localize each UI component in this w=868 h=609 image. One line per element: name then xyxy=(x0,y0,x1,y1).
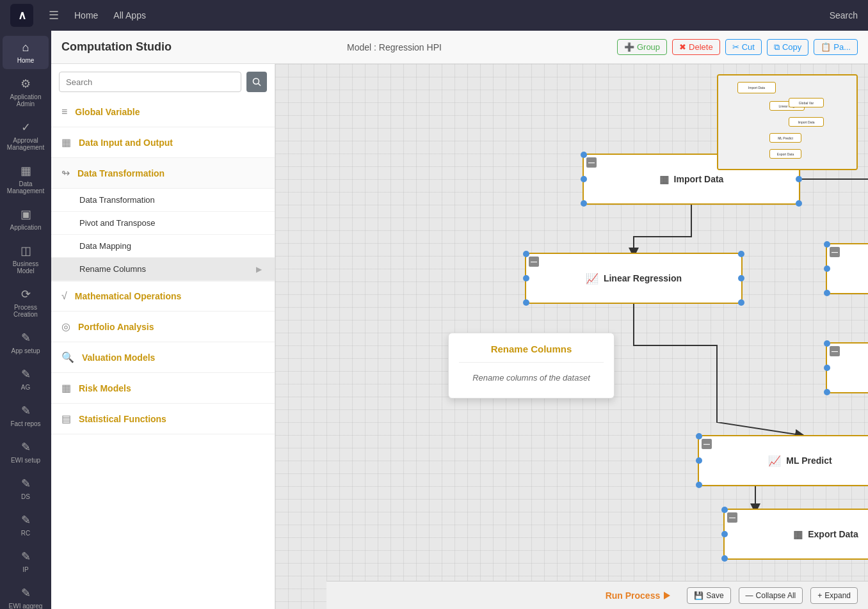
connector-dot[interactable] xyxy=(696,482,702,488)
connector-dot[interactable] xyxy=(738,275,744,281)
save-button[interactable]: 💾 Save xyxy=(687,587,730,604)
connector-dot[interactable] xyxy=(523,299,529,306)
sidebar-item-fact-repos[interactable]: ✎ Fact repos xyxy=(3,399,49,432)
risk-icon: ▦ xyxy=(61,382,71,394)
connector-dot[interactable] xyxy=(796,200,802,207)
category-global-variable[interactable]: ≡ Global Variable xyxy=(51,97,275,127)
node-import-data-1-label: Import Data xyxy=(674,174,724,184)
sidebar-item-application-label: Application xyxy=(10,224,42,231)
sidebar-item-app-setup[interactable]: ✎ App setup xyxy=(3,326,49,360)
collapse-all-button[interactable]: — Collapse All xyxy=(739,587,803,604)
sidebar-item-ip[interactable]: ✎ IP xyxy=(3,544,49,578)
connector-dot[interactable] xyxy=(824,365,830,371)
sidebar-item-ewi-setup[interactable]: ✎ EWI setup xyxy=(3,435,49,469)
connector-dot[interactable] xyxy=(796,176,802,182)
collapse-icon: — xyxy=(746,591,753,600)
subcategory-rename-columns[interactable]: Rename Columns ▶ xyxy=(51,258,275,281)
mini-node: Import Data xyxy=(737,82,776,93)
category-data-transformation[interactable]: ↬ Data Transformation xyxy=(51,158,275,189)
cut-button[interactable]: ✂ Cut xyxy=(725,39,762,55)
sidebar-item-fact-repos-label: Fact repos xyxy=(10,420,40,427)
connector-dot[interactable] xyxy=(824,290,830,296)
category-data-input-output[interactable]: ▦ Data Input and Output xyxy=(51,127,275,158)
node-linear-regression[interactable]: — 📈 Linear Regression xyxy=(525,253,743,304)
category-valuation[interactable]: 🔍 Valuation Models xyxy=(51,342,275,373)
copy-button[interactable]: ⧉ Copy xyxy=(767,39,808,56)
top-search-label[interactable]: Search xyxy=(830,10,858,20)
sidebar-item-home[interactable]: ⌂ Home xyxy=(3,36,49,69)
sidebar-item-data-mgmt[interactable]: ▦ Data Management xyxy=(3,159,49,200)
node-global-variable[interactable]: — 🗄 Global Variable xyxy=(826,243,868,294)
home-icon: ⌂ xyxy=(22,41,29,54)
node-ml-predict-label: ML Predict xyxy=(786,455,832,466)
subcategory-data-transformation[interactable]: Data Transformation xyxy=(51,189,275,212)
connector-dot[interactable] xyxy=(581,200,587,207)
ip-icon: ✎ xyxy=(21,550,31,564)
paste-button[interactable]: 📋 Pa... xyxy=(814,39,858,55)
search-button[interactable] xyxy=(246,72,267,92)
sidebar-item-home-label: Home xyxy=(17,57,35,64)
sidebar-item-ewi-aggreg[interactable]: ✎ EWI aggreg xyxy=(3,581,49,609)
connector-dot[interactable] xyxy=(824,389,830,395)
export-icon: ▦ xyxy=(793,528,803,541)
category-math-ops[interactable]: √ Mathematical Operations xyxy=(51,281,275,312)
hamburger-icon[interactable]: ☰ xyxy=(49,8,59,22)
node-collapse-btn[interactable]: — xyxy=(830,247,840,257)
connector-dot[interactable] xyxy=(721,555,728,562)
nav-allapps-link[interactable]: All Apps xyxy=(113,10,146,20)
category-portfolio[interactable]: ◎ Portfolio Analysis xyxy=(51,312,275,342)
sidebar-item-application[interactable]: ▣ Application xyxy=(3,202,49,236)
sidebar-item-business-model[interactable]: ◫ Business Model xyxy=(3,239,49,280)
node-collapse-btn[interactable]: — xyxy=(830,346,840,356)
connector-dot[interactable] xyxy=(523,275,529,281)
category-valuation-label: Valuation Models xyxy=(82,352,155,363)
connector-dot[interactable] xyxy=(581,152,587,158)
search-input[interactable] xyxy=(59,72,241,92)
canvas-area[interactable]: — ▦ Import Data — 📈 Linear Regression xyxy=(275,64,868,609)
run-process-button[interactable]: Run Process xyxy=(597,587,680,605)
connector-dot[interactable] xyxy=(824,241,830,248)
node-export-data-label: Export Data xyxy=(808,529,858,539)
sidebar-item-ag[interactable]: ✎ AG xyxy=(3,362,49,396)
category-statistical[interactable]: ▤ Statistical Functions xyxy=(51,404,275,434)
tooltip-title: Rename Columns xyxy=(459,344,604,354)
connector-dot[interactable] xyxy=(824,340,830,347)
mini-map-inner: Import Data Linear Reg. Global Var Impor… xyxy=(718,75,856,169)
sidebar-item-process[interactable]: ⟳ Process Creation xyxy=(3,282,49,323)
node-export-data[interactable]: — ▦ Export Data xyxy=(723,509,868,560)
expand-button[interactable]: + Expand xyxy=(810,587,858,604)
connector-dot[interactable] xyxy=(696,457,702,464)
toolbar-buttons: ➕ Group ✖ Delete ✂ Cut ⧉ Copy 📋 Pa... xyxy=(617,39,858,56)
connector-dot[interactable] xyxy=(581,176,587,182)
connector-dot[interactable] xyxy=(523,251,529,257)
node-import-data-2[interactable]: — ▦ Import Data xyxy=(826,342,868,393)
run-process-label: Run Process xyxy=(606,590,661,601)
sidebar-item-rc[interactable]: ✎ RC xyxy=(3,508,49,542)
connector-dot[interactable] xyxy=(738,251,744,257)
nav-home-link[interactable]: Home xyxy=(74,10,98,20)
group-button[interactable]: ➕ Group xyxy=(617,39,667,55)
node-collapse-btn[interactable]: — xyxy=(727,512,737,523)
node-ml-predict[interactable]: — 📈 ML Predict xyxy=(698,435,868,486)
node-collapse-btn[interactable]: — xyxy=(529,257,539,267)
subcategory-data-mapping[interactable]: Data Mapping xyxy=(51,235,275,258)
connector-dot[interactable] xyxy=(721,531,728,537)
delete-button[interactable]: ✖ Delete xyxy=(672,39,720,55)
global-variable-icon: ≡ xyxy=(61,106,67,118)
sidebar-item-app-admin-label: Application Admin xyxy=(5,93,46,107)
connector-dot[interactable] xyxy=(738,299,744,306)
connector-dot[interactable] xyxy=(696,433,702,439)
connector-dot[interactable] xyxy=(721,507,728,513)
sidebar-item-ds[interactable]: ✎ DS xyxy=(3,471,49,505)
sidebar-item-approval[interactable]: ✓ Approval Management xyxy=(3,115,49,156)
sidebar-item-ds-label: DS xyxy=(21,493,30,500)
category-data-input-label: Data Input and Output xyxy=(79,138,173,148)
node-collapse-btn[interactable]: — xyxy=(702,439,712,449)
sqrt-icon: √ xyxy=(61,290,67,302)
connector-dot[interactable] xyxy=(824,265,830,272)
category-risk-models[interactable]: ▦ Risk Models xyxy=(51,373,275,404)
subcategory-pivot-transpose[interactable]: Pivot and Transpose xyxy=(51,212,275,235)
sidebar-item-app-admin[interactable]: ⚙ Application Admin xyxy=(3,72,49,113)
search-icon xyxy=(252,77,261,86)
node-collapse-btn[interactable]: — xyxy=(586,157,597,168)
